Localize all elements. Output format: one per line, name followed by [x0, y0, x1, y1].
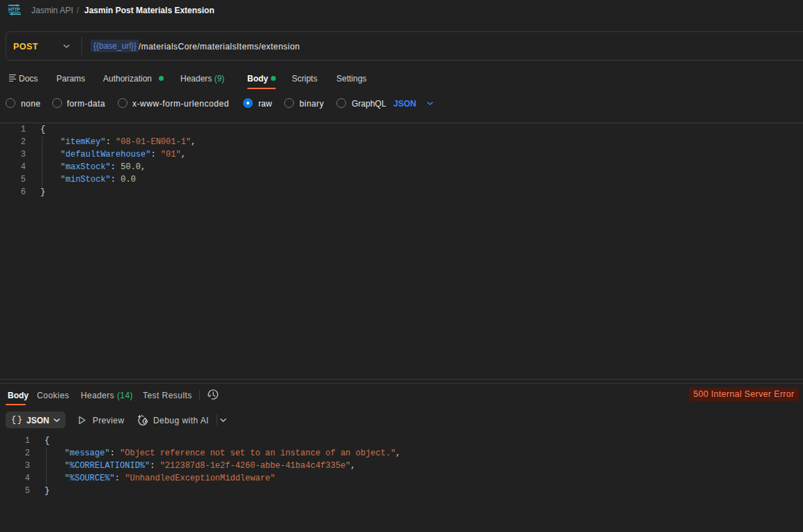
svg-text:HTTP: HTTP — [8, 7, 20, 12]
